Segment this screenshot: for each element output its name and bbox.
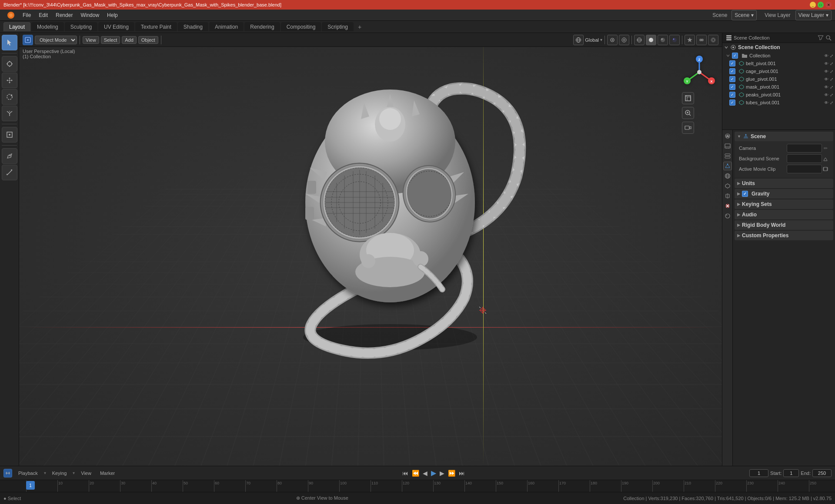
item-cb-tubes[interactable]: ✓ xyxy=(729,99,735,106)
tab-modeling[interactable]: Modeling xyxy=(31,22,64,31)
item-cb-cage[interactable]: ✓ xyxy=(729,68,735,74)
item-cb-peaks[interactable]: ✓ xyxy=(729,92,735,98)
outliner-item-belt[interactable]: ✓ belt_pivot.001 👁 ⤢ xyxy=(722,60,835,67)
object-menu[interactable]: Object xyxy=(138,36,158,44)
bg-scene-value[interactable] xyxy=(787,154,822,163)
filter-icon[interactable] xyxy=(818,35,824,41)
next-keyframe-btn[interactable]: ▶ xyxy=(439,469,445,477)
jump-end-btn[interactable]: ⏭ xyxy=(458,469,466,477)
tab-animation[interactable]: Animation xyxy=(209,22,244,31)
menu-blender[interactable] xyxy=(3,10,18,20)
units-section-header[interactable]: ▶ Units xyxy=(735,179,833,188)
camera-value[interactable] xyxy=(787,144,822,153)
item-cb-belt[interactable]: ✓ xyxy=(729,60,735,66)
jump-start-btn[interactable]: ⏮ xyxy=(401,469,409,477)
window-controls[interactable]: _ □ ✕ xyxy=(810,2,832,8)
viewport[interactable]: Object Mode Edit Mode Sculpt Mode View S… xyxy=(19,33,722,466)
gravity-section-header[interactable]: ▶ ✓ Gravity xyxy=(735,189,833,199)
prop-icon-object[interactable] xyxy=(723,182,732,190)
item-eye-tubes[interactable]: 👁 ⤢ xyxy=(824,100,833,105)
prop-icon-output[interactable] xyxy=(723,142,732,150)
proportional-toggle[interactable] xyxy=(619,35,629,45)
play-btn[interactable]: ▶ xyxy=(430,468,437,478)
tab-uv-editing[interactable]: UV Editing xyxy=(98,22,134,31)
tab-sculpting[interactable]: Sculpting xyxy=(65,22,97,31)
tool-transform[interactable] xyxy=(2,127,17,143)
tool-select[interactable] xyxy=(2,35,17,50)
prop-icon-constraint[interactable] xyxy=(723,192,732,200)
item-cb-glue[interactable]: ✓ xyxy=(729,76,735,82)
view-perspective-toggle[interactable] xyxy=(682,92,694,104)
global-local-toggle[interactable] xyxy=(573,35,584,45)
outliner-item-glue[interactable]: ✓ glue_pivot.001 👁 ⤢ xyxy=(722,75,835,83)
prop-icon-render[interactable] xyxy=(723,132,732,140)
outliner-item-mask[interactable]: ✓ mask_pivot.001 👁 ⤢ xyxy=(722,83,835,91)
maximize-button[interactable]: □ xyxy=(818,2,824,8)
keying-sets-header[interactable]: ▶ Keying Sets xyxy=(735,199,833,209)
outliner-item-tubes[interactable]: ✓ tubes_pivot.001 👁 ⤢ xyxy=(722,99,835,106)
menu-render[interactable]: Render xyxy=(52,11,76,19)
custom-props-header[interactable]: ▶ Custom Properties xyxy=(735,231,833,240)
camera-view-btn[interactable] xyxy=(682,122,694,134)
item-cb-mask[interactable]: ✓ xyxy=(729,84,735,90)
item-eye-peaks[interactable]: 👁 ⤢ xyxy=(824,93,833,97)
tab-add-button[interactable]: + xyxy=(354,23,365,31)
tab-shading[interactable]: Shading xyxy=(178,22,208,31)
prop-icon-world[interactable] xyxy=(723,172,732,180)
viewport-shading-lmatcap[interactable] xyxy=(658,35,668,45)
menu-file[interactable]: File xyxy=(19,11,34,19)
shading-options[interactable] xyxy=(685,35,695,45)
tab-rendering[interactable]: Rendering xyxy=(244,22,280,31)
minimize-button[interactable]: _ xyxy=(810,2,816,8)
viewport-shading-wire[interactable] xyxy=(634,35,645,45)
tool-scale[interactable] xyxy=(2,106,17,121)
scene-collection-header[interactable]: Scene Collection xyxy=(722,43,835,52)
item-eye-mask[interactable]: 👁 ⤢ xyxy=(824,85,833,90)
movie-clip-value[interactable] xyxy=(787,165,822,173)
tab-scripting[interactable]: Scripting xyxy=(322,22,354,31)
tool-cursor[interactable] xyxy=(2,56,17,72)
viewport-shading-solid[interactable] xyxy=(646,35,656,45)
gravity-checkbox[interactable]: ✓ xyxy=(742,191,748,197)
scene-dropdown[interactable]: Scene ▾ xyxy=(731,10,757,20)
prop-icon-scene[interactable] xyxy=(723,162,732,170)
search-icon[interactable] xyxy=(825,35,832,41)
next-frame-btn[interactable]: ⏩ xyxy=(447,469,456,477)
playback-menu[interactable]: Playback xyxy=(16,470,40,477)
zoom-in-btn[interactable] xyxy=(682,107,694,119)
close-button[interactable]: ✕ xyxy=(825,2,832,8)
prev-frame-btn[interactable]: ⏪ xyxy=(411,469,420,477)
view-menu-tl[interactable]: View xyxy=(78,470,94,477)
menu-help[interactable]: Help xyxy=(104,11,121,19)
select-menu[interactable]: Select xyxy=(101,36,120,44)
tool-measure[interactable] xyxy=(2,165,17,180)
prop-icon-data[interactable] xyxy=(723,202,732,210)
xray-toggle[interactable] xyxy=(708,35,718,45)
movie-clip-icon[interactable] xyxy=(822,166,829,172)
add-menu[interactable]: Add xyxy=(122,36,137,44)
menu-edit[interactable]: Edit xyxy=(35,11,51,19)
view-menu[interactable]: View xyxy=(83,36,99,44)
scene-section-header[interactable]: ▼ Scene xyxy=(735,132,833,141)
prop-icon-viewlayer[interactable] xyxy=(723,152,732,160)
tool-rotate[interactable] xyxy=(2,89,17,105)
bg-scene-icon[interactable] xyxy=(822,156,829,161)
tool-move[interactable] xyxy=(2,73,17,88)
outliner-item-peaks[interactable]: ✓ peaks_pivot.001 👁 ⤢ xyxy=(722,91,835,99)
tool-annotate[interactable] xyxy=(2,148,17,164)
rigid-body-header[interactable]: ▶ Rigid Body World xyxy=(735,220,833,230)
timeline-ruler[interactable]: 1102030405060708090100110120130140150160… xyxy=(0,480,835,492)
outliner-item-cage[interactable]: ✓ cage_pivot.001 👁 ⤢ xyxy=(722,67,835,75)
item-eye-cage[interactable]: 👁 ⤢ xyxy=(824,69,833,74)
tab-compositing[interactable]: Compositing xyxy=(281,22,321,31)
viewport-shading-render[interactable] xyxy=(669,35,680,45)
prop-icon-material[interactable] xyxy=(723,212,732,220)
object-mode-select[interactable]: Object Mode Edit Mode Sculpt Mode xyxy=(35,36,77,44)
orientation-gizmo[interactable]: Z X Y xyxy=(682,55,717,90)
current-frame-input[interactable] xyxy=(749,469,768,477)
menu-window[interactable]: Window xyxy=(77,11,103,19)
keying-menu[interactable]: Keying xyxy=(50,470,70,477)
prev-keyframe-btn[interactable]: ◀ xyxy=(422,469,428,477)
marker-menu[interactable]: Marker xyxy=(97,470,117,477)
item-eye-belt[interactable]: 👁 ⤢ xyxy=(824,61,833,66)
